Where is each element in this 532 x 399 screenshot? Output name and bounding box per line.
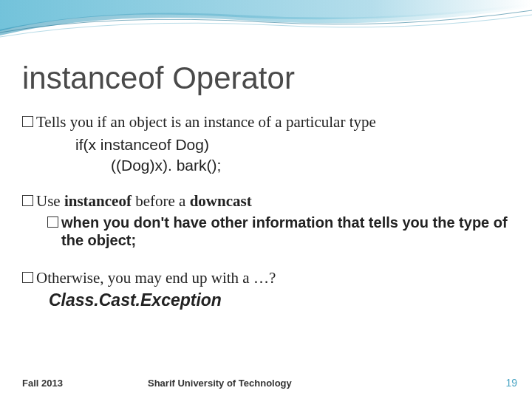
bullet-box-icon [22, 272, 33, 283]
code-line-1: if(x instanceof Dog) [75, 134, 510, 154]
slide-footer: Fall 2013 Sharif University of Technolog… [22, 377, 517, 389]
exception-text: Class.Cast.Exception [49, 290, 510, 310]
bullet-box-icon [22, 195, 33, 206]
code-line-2: ((Dog)x). bark(); [111, 155, 510, 175]
footer-affiliation: Sharif University of Technology [148, 378, 505, 389]
bullet-box-icon [22, 116, 33, 127]
slide-title: instanceof Operator [22, 61, 510, 96]
bullet-text: Tells you if an object is an instance of… [36, 112, 376, 132]
slide-content: instanceof Operator Tells you if an obje… [22, 61, 510, 310]
bullet-box-icon [47, 216, 58, 228]
decorative-wave [0, 0, 532, 59]
bullet-line-3: Otherwise, you may end up with a …? [22, 268, 510, 287]
sub-bullet-line: when you don't have other information th… [47, 214, 510, 249]
bullet-line-2: Use instanceof before a downcast [22, 191, 510, 211]
footer-date: Fall 2013 [22, 378, 148, 389]
bullet-line-1: Tells you if an object is an instance of… [22, 112, 510, 132]
bullet-text: Otherwise, you may end up with a …? [36, 268, 276, 287]
sub-bullet-text: when you don't have other information th… [61, 214, 510, 249]
bullet-text: Use instanceof before a downcast [36, 191, 252, 211]
slide-number: 19 [505, 377, 517, 389]
